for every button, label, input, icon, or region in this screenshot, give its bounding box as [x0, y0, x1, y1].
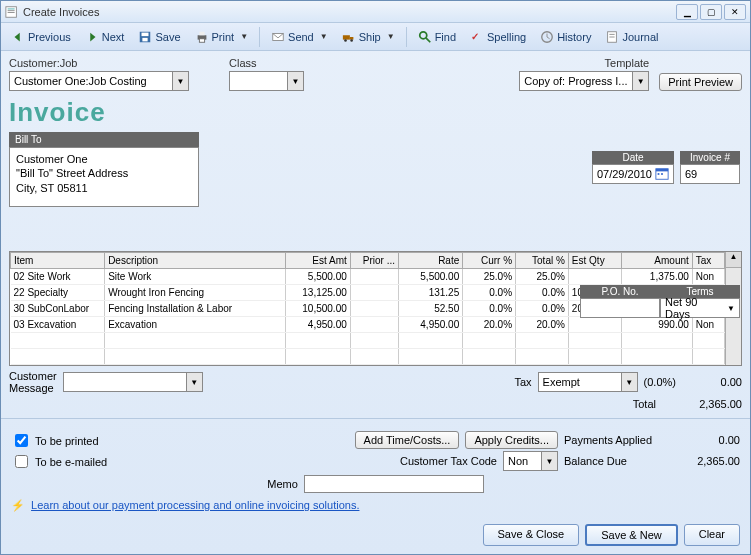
print-preview-button[interactable]: Print Preview — [659, 73, 742, 91]
save-button[interactable]: Save — [132, 27, 186, 47]
svg-rect-24 — [658, 173, 660, 175]
customer-job-combo[interactable]: Customer One:Job Costing▼ — [9, 71, 189, 91]
scroll-up-icon[interactable]: ▲ — [726, 252, 741, 268]
tax-combo[interactable]: Exempt▼ — [538, 372, 638, 392]
customer-message-combo[interactable]: ▼ — [63, 372, 203, 392]
history-button[interactable]: History — [534, 27, 597, 47]
svg-rect-3 — [8, 12, 15, 13]
col-amount[interactable]: Amount — [621, 253, 692, 269]
arrow-left-icon — [11, 30, 25, 44]
invoice-no-field[interactable]: 69 — [680, 164, 740, 184]
col-tax[interactable]: Tax — [692, 253, 724, 269]
balance-due-label: Balance Due — [564, 455, 674, 467]
lightning-icon: ⚡ — [11, 499, 25, 511]
separator — [406, 27, 407, 47]
terms-combo[interactable]: Net 90 Days▼ — [660, 298, 740, 318]
memo-field[interactable] — [304, 475, 484, 493]
chevron-down-icon[interactable]: ▼ — [317, 32, 328, 41]
learn-link[interactable]: Learn about our payment processing and o… — [31, 499, 359, 511]
table-row[interactable]: 03 ExcavationExcavation4,950.004,950.002… — [11, 317, 725, 333]
spelling-button[interactable]: ✓Spelling — [464, 27, 532, 47]
svg-rect-2 — [8, 10, 15, 11]
col-curr[interactable]: Curr % — [463, 253, 516, 269]
bill-to-header: Bill To — [9, 132, 199, 147]
col-total-pct[interactable]: Total % — [516, 253, 569, 269]
po-no-field[interactable] — [580, 298, 660, 318]
to-be-printed-checkbox[interactable] — [15, 434, 28, 447]
divider — [1, 418, 750, 419]
previous-button[interactable]: Previous — [5, 27, 77, 47]
svg-point-15 — [419, 31, 426, 38]
svg-rect-1 — [8, 8, 15, 9]
truck-icon — [342, 30, 356, 44]
svg-rect-6 — [143, 37, 148, 41]
col-description[interactable]: Description — [105, 253, 286, 269]
svg-line-16 — [426, 37, 430, 41]
add-time-costs-button[interactable]: Add Time/Costs... — [355, 431, 460, 449]
customer-job-label: Customer:Job — [9, 57, 189, 69]
ship-button[interactable]: Ship▼ — [336, 27, 401, 47]
to-be-emailed-checkbox[interactable] — [15, 455, 28, 468]
save-and-new-button[interactable]: Save & New — [585, 524, 678, 546]
total-label: Total — [633, 398, 656, 410]
svg-rect-5 — [142, 32, 149, 36]
col-prior[interactable]: Prior ... — [350, 253, 398, 269]
arrow-right-icon — [85, 30, 99, 44]
maximize-button[interactable]: ▢ — [700, 4, 722, 20]
window-title: Create Invoices — [23, 6, 676, 18]
mail-icon — [271, 30, 285, 44]
chevron-down-icon[interactable]: ▼ — [172, 72, 188, 90]
customer-tax-code-label: Customer Tax Code — [400, 455, 497, 467]
apply-credits-button[interactable]: Apply Credits... — [465, 431, 558, 449]
print-button[interactable]: Print▼ — [189, 27, 255, 47]
send-button[interactable]: Send▼ — [265, 27, 334, 47]
po-no-header: P.O. No. — [580, 285, 660, 298]
chevron-down-icon[interactable]: ▼ — [186, 373, 202, 391]
col-rate[interactable]: Rate — [398, 253, 462, 269]
total-amount: 2,365.00 — [662, 398, 742, 410]
toolbar: Previous Next Save Print▼ Send▼ Ship▼ Fi… — [1, 23, 750, 51]
chevron-down-icon[interactable]: ▼ — [632, 72, 648, 90]
clear-button[interactable]: Clear — [684, 524, 740, 546]
chevron-down-icon[interactable]: ▼ — [384, 32, 395, 41]
col-item[interactable]: Item — [11, 253, 105, 269]
template-label: Template — [519, 57, 649, 69]
invoice-title: Invoice — [9, 97, 742, 128]
journal-icon — [605, 30, 619, 44]
save-icon — [138, 30, 152, 44]
svg-rect-23 — [656, 169, 668, 172]
class-combo[interactable]: ▼ — [229, 71, 304, 91]
customer-message-label: Customer Message — [9, 370, 57, 394]
chevron-down-icon[interactable]: ▼ — [237, 32, 248, 41]
invoice-no-header: Invoice # — [680, 151, 740, 164]
next-button[interactable]: Next — [79, 27, 131, 47]
chevron-down-icon[interactable]: ▼ — [287, 72, 303, 90]
svg-point-13 — [344, 39, 347, 42]
save-and-close-button[interactable]: Save & Close — [483, 524, 580, 546]
chevron-down-icon[interactable]: ▼ — [621, 373, 637, 391]
tax-label: Tax — [514, 376, 531, 388]
journal-button[interactable]: Journal — [599, 27, 664, 47]
svg-rect-8 — [199, 31, 204, 35]
chevron-down-icon[interactable]: ▼ — [541, 452, 557, 470]
svg-text:✓: ✓ — [471, 30, 479, 41]
table-row[interactable]: 02 Site WorkSite Work5,500.005,500.0025.… — [11, 269, 725, 285]
separator — [259, 27, 260, 47]
svg-rect-11 — [343, 35, 350, 39]
tax-pct: (0.0%) — [644, 376, 676, 388]
balance-due-value: 2,365.00 — [680, 455, 740, 467]
bill-to-address[interactable]: Customer One "Bill To" Street Address Ci… — [9, 147, 199, 207]
minimize-button[interactable]: ▁ — [676, 4, 698, 20]
find-button[interactable]: Find — [412, 27, 462, 47]
date-field[interactable]: 07/29/2010 — [592, 164, 674, 184]
template-combo[interactable]: Copy of: Progress I...▼ — [519, 71, 649, 91]
chevron-down-icon[interactable]: ▼ — [727, 304, 735, 313]
close-button[interactable]: ✕ — [724, 4, 746, 20]
payments-applied-label: Payments Applied — [564, 434, 674, 446]
payments-applied-value: 0.00 — [680, 434, 740, 446]
col-est-qty[interactable]: Est Qty — [568, 253, 621, 269]
search-icon — [418, 30, 432, 44]
col-est-amt[interactable]: Est Amt — [286, 253, 350, 269]
calendar-icon[interactable] — [655, 167, 669, 181]
customer-tax-code-combo[interactable]: Non▼ — [503, 451, 558, 471]
